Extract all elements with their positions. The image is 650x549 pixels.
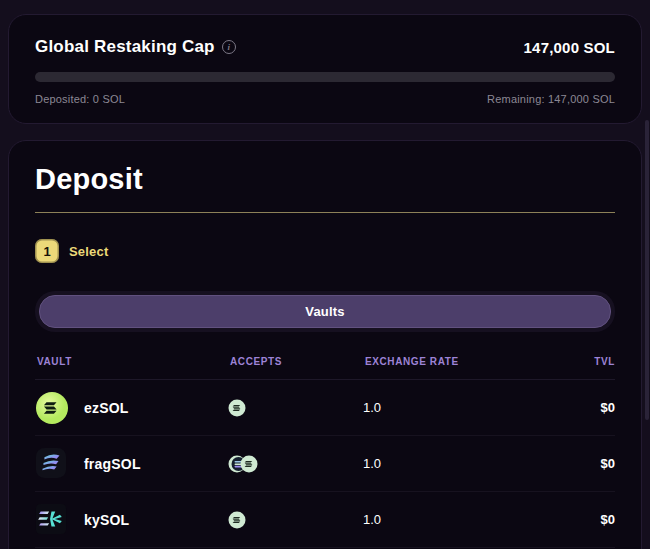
exchange-rate-value: 1.0 bbox=[363, 512, 525, 527]
sol-token-icon bbox=[228, 399, 246, 417]
exchange-rate-value: 1.0 bbox=[363, 400, 525, 415]
vaults-tab-button[interactable]: Vaults bbox=[39, 295, 611, 328]
vault-name: fragSOL bbox=[84, 456, 141, 472]
col-header-accepts: ACCEPTS bbox=[230, 356, 365, 367]
table-row[interactable]: fragSOL 1.0 $0 bbox=[35, 436, 615, 492]
accepts-icons bbox=[228, 455, 363, 473]
fragsol-icon bbox=[35, 447, 69, 481]
scrollbar[interactable] bbox=[645, 120, 649, 420]
cap-title: Global Restaking Cap bbox=[35, 37, 215, 57]
vaults-table-body: ezSOL 1.0 $0 fragSOL 1.0 $0 bbox=[35, 380, 615, 548]
col-header-tvl: TVL bbox=[525, 356, 615, 367]
accepts-icons bbox=[228, 399, 363, 417]
exchange-rate-value: 1.0 bbox=[363, 456, 525, 471]
step-number-badge: 1 bbox=[35, 239, 59, 263]
sol-token-icon bbox=[240, 455, 258, 473]
vault-name: ezSOL bbox=[84, 400, 129, 416]
step-select-row: 1 Select bbox=[35, 239, 615, 263]
cap-card-footer: Deposited: 0 SOL Remaining: 147,000 SOL bbox=[35, 93, 615, 105]
kysol-icon bbox=[35, 503, 69, 537]
global-restaking-cap-card: Global Restaking Cap i 147,000 SOL Depos… bbox=[8, 14, 642, 124]
cap-progress-bar bbox=[35, 72, 615, 82]
table-row[interactable]: ezSOL 1.0 $0 bbox=[35, 380, 615, 436]
sol-token-icon bbox=[228, 511, 246, 529]
info-icon[interactable]: i bbox=[222, 40, 236, 54]
vaults-table-header: VAULT ACCEPTS EXCHANGE RATE TVL bbox=[35, 356, 615, 380]
cap-card-header: Global Restaking Cap i 147,000 SOL bbox=[35, 37, 615, 57]
deposited-label: Deposited: 0 SOL bbox=[35, 93, 125, 105]
gold-divider bbox=[35, 212, 615, 213]
step-label: Select bbox=[69, 244, 109, 259]
col-header-vault: VAULT bbox=[37, 356, 230, 367]
cap-total-value: 147,000 SOL bbox=[524, 39, 615, 56]
ezsol-icon bbox=[35, 391, 69, 425]
col-header-exchange-rate: EXCHANGE RATE bbox=[365, 356, 525, 367]
tvl-value: $0 bbox=[525, 400, 615, 415]
vaults-tab-bar: Vaults bbox=[35, 291, 615, 332]
remaining-label: Remaining: 147,000 SOL bbox=[487, 93, 615, 105]
vaults-table: VAULT ACCEPTS EXCHANGE RATE TVL ezSOL 1.… bbox=[35, 356, 615, 548]
vault-name: kySOL bbox=[84, 512, 129, 528]
deposit-title: Deposit bbox=[35, 163, 615, 196]
tvl-value: $0 bbox=[525, 512, 615, 527]
accepts-icons bbox=[228, 511, 363, 529]
table-row[interactable]: kySOL 1.0 $0 bbox=[35, 492, 615, 548]
deposit-card: Deposit 1 Select Vaults VAULT ACCEPTS EX… bbox=[8, 140, 642, 549]
tvl-value: $0 bbox=[525, 456, 615, 471]
